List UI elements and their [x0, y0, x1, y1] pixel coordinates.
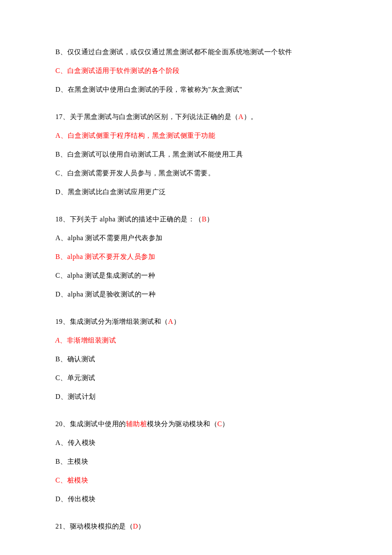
q19-option-a: A、非渐增组装测试	[55, 335, 337, 346]
q20-stem: 20、集成测试中使用的辅助桩模块分为驱动模块和（C）	[55, 419, 337, 429]
q19-option-d: D、测试计划	[55, 392, 337, 402]
q20-stem-text2: 模块分为驱动模块和（	[147, 420, 217, 427]
q21-stem: 21、驱动模块模拟的是（D）	[55, 521, 337, 532]
q16-option-c: C、白盒测试适用于软件测试的各个阶段	[55, 66, 337, 76]
q19-option-c: C、单元测试	[55, 373, 337, 383]
q20-stem-red: 辅助桩	[126, 420, 147, 427]
q18-stem-tail: ）	[207, 215, 214, 223]
q17-option-a: A、白盒测试侧重于程序结构，黑盒测试侧重于功能	[55, 131, 337, 141]
q20-answer: C	[217, 420, 222, 427]
q19-option-a-letter: A	[55, 337, 60, 344]
q19-option-b: B、确认测试	[55, 354, 337, 364]
q21-stem-tail: ）	[138, 523, 145, 530]
spacer	[55, 410, 337, 419]
q17-option-c: C、白盒测试需要开发人员参与，黑盒测试不需要。	[55, 168, 337, 178]
q17-stem-tail: ）。	[244, 113, 258, 120]
q17-option-d: D、黑盒测试比白盒测试应用更广泛	[55, 187, 337, 197]
q18-option-d: D、alpha 测试是验收测试的一种	[55, 289, 337, 299]
q20-option-b: B、主模块	[55, 456, 337, 467]
q17-stem-text: 17、关于黑盒测试与白盒测试的区别，下列说法正确的是（	[55, 113, 239, 120]
q18-option-c: C、alpha 测试是集成测试的一种	[55, 270, 337, 281]
q18-stem: 18、下列关于 alpha 测试的描述中正确的是：（B）	[55, 214, 337, 224]
spacer	[55, 103, 337, 112]
q20-option-d: D、传出模块	[55, 494, 337, 504]
q20-stem-text1: 20、集成测试中使用的	[55, 420, 126, 427]
q18-stem-text: 18、下列关于 alpha 测试的描述中正确的是：（	[55, 215, 202, 223]
q20-option-a: A、传入模块	[55, 438, 337, 448]
spacer	[55, 513, 337, 521]
q18-option-b: B、alpha 测试不要开发人员参加	[55, 252, 337, 262]
q16-option-d: D、在黑盒测试中使用白盒测试的手段，常被称为"灰盒测试"	[55, 84, 337, 95]
q19-stem: 19、集成测试分为渐增组装测试和（A）	[55, 317, 337, 327]
spacer	[55, 308, 337, 317]
q17-answer: A	[239, 113, 244, 120]
q19-stem-tail: ）	[173, 318, 181, 325]
q21-stem-text: 21、驱动模块模拟的是（	[55, 523, 133, 530]
q18-answer: B	[202, 215, 207, 223]
q19-option-a-text: 、非渐增组装测试	[60, 337, 116, 344]
q18-option-a: A、alpha 测试不需要用户代表参加	[55, 233, 337, 243]
q21-answer: D	[133, 523, 138, 530]
q17-stem: 17、关于黑盒测试与白盒测试的区别，下列说法正确的是（A）。	[55, 112, 337, 122]
spacer	[55, 206, 337, 214]
q20-option-c: C、桩模块	[55, 475, 337, 485]
q17-option-b: B、白盒测试可以使用自动测试工具，黑盒测试不能使用工具	[55, 149, 337, 160]
q19-stem-text: 19、集成测试分为渐增组装测试和（	[55, 318, 168, 325]
q19-answer: A	[168, 318, 173, 325]
q20-stem-tail: ）	[222, 420, 229, 427]
q16-option-b: B、仅仅通过白盒测试，或仅仅通过黑盒测试都不能全面系统地测试一个软件	[55, 47, 337, 57]
